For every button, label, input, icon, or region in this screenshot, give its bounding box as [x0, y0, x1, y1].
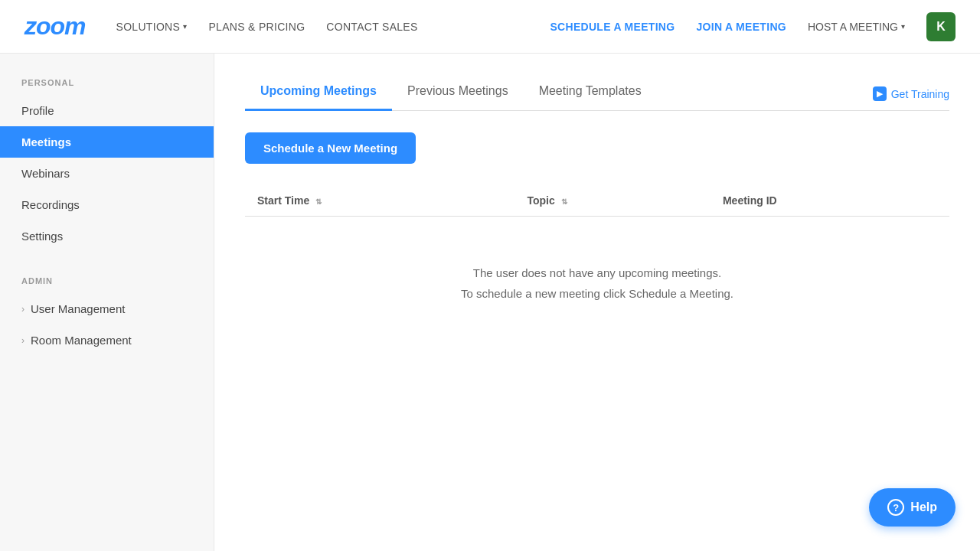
video-camera-icon: ▶ — [873, 86, 887, 101]
chevron-down-icon: ▾ — [183, 22, 187, 31]
table-header-row: Start Time ⇅ Topic ⇅ Meeting ID — [245, 185, 949, 217]
sidebar-item-recordings[interactable]: Recordings — [0, 189, 214, 220]
col-meeting-id: Meeting ID — [710, 185, 949, 217]
col-topic[interactable]: Topic ⇅ — [514, 185, 710, 217]
tab-previous-meetings[interactable]: Previous Meetings — [392, 75, 524, 111]
sidebar: PERSONAL Profile Meetings Webinars Recor… — [0, 54, 214, 551]
chevron-right-icon: › — [21, 335, 24, 346]
schedule-new-meeting-button[interactable]: Schedule a New Meeting — [245, 132, 416, 164]
admin-section-label: ADMIN — [0, 276, 214, 285]
avatar[interactable]: K — [926, 12, 956, 41]
nav-plans-pricing[interactable]: PLANS & PRICING — [208, 21, 305, 33]
body-wrap: PERSONAL Profile Meetings Webinars Recor… — [0, 54, 980, 551]
sidebar-item-webinars[interactable]: Webinars — [0, 158, 214, 189]
admin-section: ADMIN › User Management › Room Managemen… — [0, 276, 214, 356]
nav-left: SOLUTIONS ▾ PLANS & PRICING CONTACT SALE… — [116, 21, 550, 33]
sidebar-item-profile[interactable]: Profile — [0, 95, 214, 126]
tabs-row: Upcoming Meetings Previous Meetings Meet… — [245, 75, 949, 111]
sidebar-item-settings[interactable]: Settings — [0, 220, 214, 252]
logo[interactable]: zoom — [24, 12, 86, 41]
help-button[interactable]: ? Help — [869, 488, 956, 527]
nav-schedule-meeting[interactable]: SCHEDULE A MEETING — [550, 21, 675, 33]
sort-icon: ⇅ — [315, 197, 322, 206]
nav-host-meeting[interactable]: HOST A MEETING ▾ — [808, 21, 905, 33]
header: zoom SOLUTIONS ▾ PLANS & PRICING CONTACT… — [0, 0, 980, 54]
nav-contact-sales[interactable]: CONTACT SALES — [326, 21, 417, 33]
empty-state-line2: To schedule a new meeting click Schedule… — [260, 283, 934, 304]
empty-state: The user does not have any upcoming meet… — [245, 217, 949, 350]
tab-upcoming-meetings[interactable]: Upcoming Meetings — [245, 75, 392, 111]
nav-join-meeting[interactable]: JOIN A MEETING — [696, 21, 786, 33]
chevron-right-icon: › — [21, 304, 24, 315]
main-content: Upcoming Meetings Previous Meetings Meet… — [214, 54, 980, 551]
nav-solutions[interactable]: SOLUTIONS ▾ — [116, 21, 188, 33]
chevron-down-icon: ▾ — [901, 22, 905, 31]
help-circle-icon: ? — [887, 499, 904, 516]
get-training-button[interactable]: ▶ Get Training — [873, 86, 949, 101]
table-empty-row: The user does not have any upcoming meet… — [245, 217, 949, 350]
sidebar-item-user-management[interactable]: › User Management — [0, 293, 214, 324]
nav-right: SCHEDULE A MEETING JOIN A MEETING HOST A… — [550, 12, 956, 41]
sort-icon: ⇅ — [561, 197, 567, 206]
personal-section-label: PERSONAL — [0, 78, 214, 87]
meetings-table: Start Time ⇅ Topic ⇅ Meeting ID — [245, 185, 949, 350]
col-start-time[interactable]: Start Time ⇅ — [245, 185, 514, 217]
tab-meeting-templates[interactable]: Meeting Templates — [524, 75, 657, 111]
empty-state-line1: The user does not have any upcoming meet… — [260, 262, 934, 283]
sidebar-item-room-management[interactable]: › Room Management — [0, 324, 214, 356]
sidebar-item-meetings[interactable]: Meetings — [0, 126, 214, 158]
